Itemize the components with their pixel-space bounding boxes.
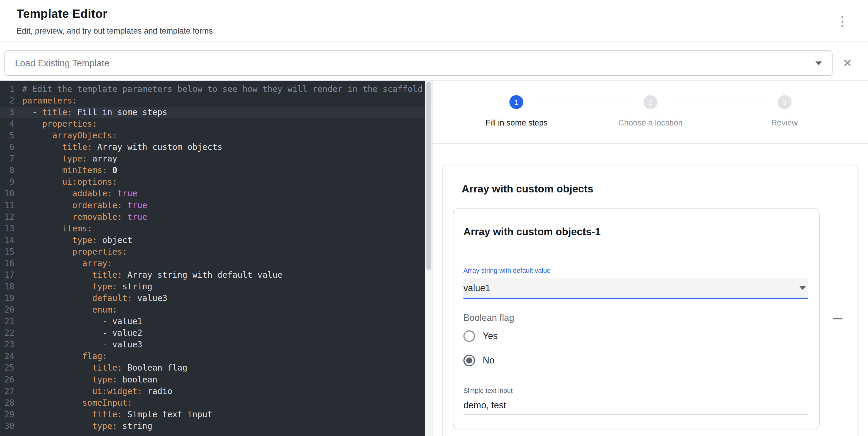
step-2-circle: 2 bbox=[644, 95, 657, 109]
code-line[interactable]: 19 default: value3 bbox=[0, 293, 425, 304]
code-line[interactable]: 17 title: Array string with default valu… bbox=[0, 269, 425, 281]
code-line[interactable]: 20 enum: bbox=[0, 304, 425, 316]
code-line[interactable]: 16 array: bbox=[0, 258, 425, 269]
select-field: Array string with default value value1 bbox=[463, 267, 808, 299]
editor-scrollbar-thumb[interactable] bbox=[426, 82, 431, 270]
editor-code-area[interactable]: 1# Edit the template parameters below to… bbox=[0, 81, 425, 436]
line-number: 27 bbox=[0, 386, 14, 397]
code-text: flag: bbox=[22, 350, 107, 362]
code-text: title: Array with custom objects bbox=[22, 141, 222, 153]
code-text: type: object bbox=[22, 235, 132, 246]
remove-item-button[interactable] bbox=[828, 307, 847, 330]
code-line[interactable]: 21 - value1 bbox=[0, 316, 425, 328]
clear-template-button[interactable]: ✕ bbox=[839, 55, 856, 71]
step-1-label: Fill in some steps bbox=[450, 118, 583, 128]
select-field-label: Array string with default value bbox=[463, 267, 808, 275]
radio-field: Boolean flag Yes No bbox=[463, 312, 808, 372]
template-editor-page: Template Editor Edit, preview, and try o… bbox=[0, 0, 868, 436]
code-line[interactable]: 29 title: Simple text input bbox=[0, 409, 425, 421]
code-line[interactable]: 3 - title: Fill in some steps bbox=[0, 107, 425, 119]
minus-icon bbox=[833, 318, 842, 320]
line-number: 26 bbox=[0, 374, 14, 386]
radio-option-no-label: No bbox=[483, 355, 494, 365]
code-line[interactable]: 30 type: string bbox=[0, 421, 425, 432]
line-number: 16 bbox=[0, 258, 14, 269]
code-line[interactable]: 24 flag: bbox=[0, 350, 425, 362]
code-text: type: array bbox=[22, 153, 117, 165]
page-title: Template Editor bbox=[17, 6, 851, 21]
code-text: - value2 bbox=[22, 328, 142, 339]
line-number: 11 bbox=[0, 200, 14, 211]
simple-text-input[interactable]: demo, test bbox=[463, 399, 808, 414]
code-line[interactable]: 25 title: Boolean flag bbox=[0, 363, 425, 374]
code-line[interactable]: 13 items: bbox=[0, 223, 425, 235]
code-line[interactable]: 10 addable: true bbox=[0, 188, 425, 200]
step-3-label: Review bbox=[717, 118, 851, 128]
code-editor[interactable]: 1# Edit the template parameters below to… bbox=[0, 81, 433, 436]
step-review: 3 Review bbox=[717, 95, 851, 128]
code-line[interactable]: 23 - value3 bbox=[0, 339, 425, 350]
radio-option-yes[interactable]: Yes bbox=[463, 324, 808, 348]
code-text: ui:options: bbox=[22, 176, 117, 188]
kebab-menu-button[interactable]: ⋮ bbox=[831, 12, 854, 30]
step-connector bbox=[674, 102, 761, 102]
page-subtitle: Edit, preview, and try out templates and… bbox=[17, 26, 851, 36]
line-number: 21 bbox=[0, 316, 14, 328]
text-field-label: Simple text input bbox=[463, 387, 808, 395]
line-number: 14 bbox=[0, 235, 14, 246]
code-line[interactable]: 1# Edit the template parameters below to… bbox=[0, 83, 425, 95]
code-line[interactable]: 14 type: object bbox=[0, 235, 425, 246]
line-number: 19 bbox=[0, 293, 14, 304]
line-number: 7 bbox=[0, 153, 14, 165]
line-number: 2 bbox=[0, 95, 14, 107]
line-number: 12 bbox=[0, 211, 14, 223]
code-text: properties: bbox=[22, 119, 97, 130]
code-text: default: value3 bbox=[22, 293, 167, 304]
code-text: addable: true bbox=[22, 188, 137, 200]
code-line[interactable]: 5 arrayObjects: bbox=[0, 130, 425, 141]
radio-option-no[interactable]: No bbox=[463, 348, 808, 372]
radio-option-yes-label: Yes bbox=[483, 331, 498, 341]
code-text: type: boolean bbox=[22, 374, 157, 386]
line-number: 4 bbox=[0, 119, 14, 130]
step-connector bbox=[540, 102, 627, 102]
code-text: type: string bbox=[22, 421, 152, 432]
code-line[interactable]: 22 - value2 bbox=[0, 328, 425, 339]
line-number: 28 bbox=[0, 397, 14, 409]
line-number: 1 bbox=[0, 83, 14, 95]
main-split: 1# Edit the template parameters below to… bbox=[0, 81, 868, 436]
line-number: 30 bbox=[0, 421, 14, 432]
code-line[interactable]: 9 ui:options: bbox=[0, 176, 425, 188]
line-number: 5 bbox=[0, 130, 14, 141]
code-line[interactable]: 26 type: boolean bbox=[0, 374, 425, 386]
template-select[interactable]: Load Existing Template bbox=[4, 50, 833, 76]
code-text: title: Array string with default value bbox=[22, 269, 282, 281]
code-line[interactable]: 12 removable: true bbox=[0, 211, 425, 223]
code-line[interactable]: 7 type: array bbox=[0, 153, 425, 165]
code-line[interactable]: 15 properties: bbox=[0, 246, 425, 258]
code-text: ui:widget: radio bbox=[22, 386, 172, 397]
code-text: orderable: true bbox=[22, 200, 147, 211]
code-line[interactable]: 11 orderable: true bbox=[0, 200, 425, 211]
code-text: type: string bbox=[22, 281, 152, 293]
page-header: Template Editor Edit, preview, and try o… bbox=[0, 0, 868, 42]
line-number: 20 bbox=[0, 304, 14, 316]
code-text: title: Simple text input bbox=[22, 409, 212, 421]
code-line[interactable]: 2parameters: bbox=[0, 95, 425, 107]
code-text: items: bbox=[22, 223, 92, 235]
code-text: title: Boolean flag bbox=[22, 363, 187, 374]
code-text: - title: Fill in some steps bbox=[22, 107, 167, 119]
code-line[interactable]: 4 properties: bbox=[0, 119, 425, 130]
editor-scrollbar[interactable] bbox=[425, 81, 432, 436]
line-number: 9 bbox=[0, 176, 14, 188]
code-line[interactable]: 8 minItems: 0 bbox=[0, 165, 425, 176]
code-text: # Edit the template parameters below to … bbox=[22, 83, 423, 95]
code-line[interactable]: 28 someInput: bbox=[0, 397, 425, 409]
array-item-title: Array with custom objects-1 bbox=[463, 225, 808, 239]
array-string-select[interactable]: value1 bbox=[463, 278, 808, 299]
line-number: 15 bbox=[0, 246, 14, 258]
code-line[interactable]: 27 ui:widget: radio bbox=[0, 386, 425, 397]
code-line[interactable]: 18 type: string bbox=[0, 281, 425, 293]
code-text: parameters: bbox=[22, 95, 77, 107]
code-line[interactable]: 6 title: Array with custom objects bbox=[0, 141, 425, 153]
